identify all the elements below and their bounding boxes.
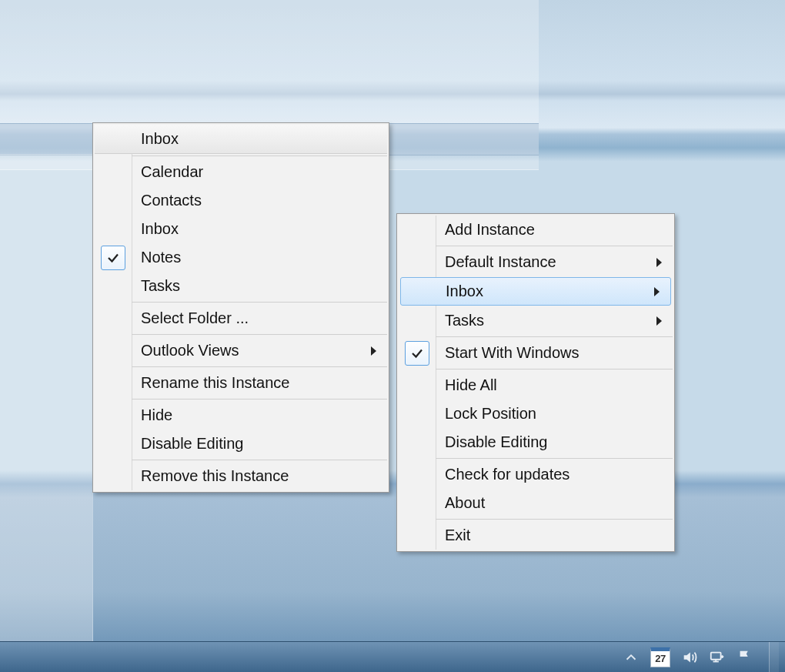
tray-context-menu: Add Instance Default Instance Inbox Task… [396,213,675,552]
menu-item-notes[interactable]: Notes [95,243,387,272]
menu-item-tasks-instance[interactable]: Tasks [399,306,673,335]
menu-item-about[interactable]: About [399,489,673,517]
menu-item-inbox[interactable]: Inbox [95,215,387,243]
menu-item-label: Hide All [445,376,497,393]
menu-item-label: Add Instance [445,221,535,238]
chevron-right-icon [371,346,376,356]
menu-item-label: Default Instance [445,253,556,270]
taskbar: 27 [0,641,785,672]
menu-item-label: Check for updates [445,466,570,483]
menu-item-label: Tasks [141,277,180,294]
show-desktop-button[interactable] [769,642,779,673]
chevron-right-icon [656,316,662,326]
menu-item-label: Inbox [141,220,179,237]
separator [436,369,673,369]
separator [436,519,673,520]
menu-item-remove-instance[interactable]: Remove this Instance [95,462,387,490]
volume-icon[interactable] [681,649,698,666]
separator [132,366,387,367]
menu-header-label: Inbox [141,130,179,147]
menu-item-label: Disable Editing [445,433,547,450]
chevron-right-icon [656,258,662,267]
menu-item-label: About [445,494,485,511]
menu-item-add-instance[interactable]: Add Instance [399,216,673,244]
menu-item-label: Disable Editing [141,435,243,452]
svg-rect-0 [711,652,721,659]
menu-item-label: Notes [141,249,181,266]
menu-item-label: Outlook Views [141,342,239,359]
background-sidebar [0,154,93,647]
menu-item-default-instance[interactable]: Default Instance [399,248,673,276]
menu-item-outlook-views[interactable]: Outlook Views [95,336,387,365]
menu-item-calendar[interactable]: Calendar [95,158,387,186]
check-icon [405,341,429,366]
menu-header-inbox: Inbox [95,125,387,154]
separator [436,246,673,246]
separator [436,458,673,459]
menu-item-rename-instance[interactable]: Rename this Instance [95,369,387,397]
chevron-right-icon [654,287,660,296]
menu-item-disable-editing-all[interactable]: Disable Editing [399,428,673,456]
menu-item-lock-position[interactable]: Lock Position [399,400,673,428]
menu-item-hide-all[interactable]: Hide All [399,371,673,400]
menu-item-label: Calendar [141,163,203,180]
separator [132,302,387,303]
menu-item-tasks[interactable]: Tasks [95,272,387,300]
show-hidden-icons[interactable] [623,649,640,666]
instance-context-menu: Inbox Calendar Contacts Inbox Notes Task… [92,122,389,493]
menu-item-label: Select Folder ... [141,309,249,326]
menu-item-start-with-windows[interactable]: Start With Windows [399,339,673,367]
separator [436,336,673,337]
separator [132,334,387,335]
calendar-day-number: 27 [655,653,665,664]
menu-item-label: Remove this Instance [141,467,289,484]
separator [132,155,387,156]
menu-item-label: Rename this Instance [141,374,289,391]
menu-item-contacts[interactable]: Contacts [95,186,387,215]
menu-item-label: Contacts [141,192,202,209]
action-center-flag-icon[interactable] [737,649,753,666]
menu-item-check-updates[interactable]: Check for updates [399,460,673,489]
menu-item-inbox-instance[interactable]: Inbox [400,277,671,306]
menu-item-label: Inbox [446,283,483,299]
menu-item-exit[interactable]: Exit [399,521,673,550]
check-icon [101,246,125,270]
menu-item-select-folder[interactable]: Select Folder ... [95,304,387,333]
menu-item-label: Lock Position [445,405,536,422]
menu-item-label: Start With Windows [445,344,579,361]
desktop-wallpaper: Inbox Calendar Contacts Inbox Notes Task… [0,0,785,672]
menu-item-hide[interactable]: Hide [95,401,387,430]
network-icon[interactable] [709,649,726,666]
menu-item-disable-editing[interactable]: Disable Editing [95,430,387,458]
separator [132,460,387,460]
separator [132,399,387,400]
menu-item-label: Tasks [445,312,484,329]
calendar-tray-icon[interactable]: 27 [650,647,670,667]
menu-item-label: Exit [445,527,470,543]
menu-item-label: Hide [141,406,172,423]
